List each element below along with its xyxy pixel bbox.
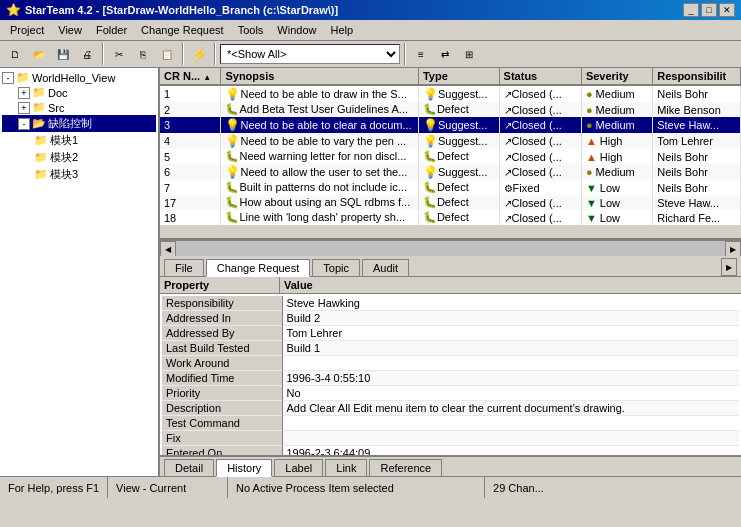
- menu-view[interactable]: View: [52, 22, 88, 38]
- tab-link[interactable]: Link: [325, 459, 367, 476]
- table-row[interactable]: 7 🐛Built in patterns do not include ic..…: [160, 180, 741, 195]
- root-expand[interactable]: -: [2, 72, 14, 84]
- hscroll-left[interactable]: ◀: [160, 241, 176, 257]
- defects-expand[interactable]: -: [18, 118, 30, 130]
- tab-scroll-right[interactable]: ▶: [721, 258, 737, 276]
- toolbar-save[interactable]: 💾: [52, 43, 74, 65]
- table-row[interactable]: 1 💡Need to be able to draw in the S... 💡…: [160, 85, 741, 102]
- title-bar: ⭐ StarTeam 4.2 - [StarDraw-WorldHello_Br…: [0, 0, 741, 20]
- toolbar-icon3[interactable]: ⊞: [458, 43, 480, 65]
- cell-status: ↗Closed (...: [499, 85, 581, 102]
- toolbar-paste[interactable]: 📋: [156, 43, 178, 65]
- tree-node-defects[interactable]: - 📂 缺陷控制: [2, 115, 156, 132]
- bulb-icon: 💡: [423, 87, 438, 101]
- tab-detail[interactable]: Detail: [164, 459, 214, 476]
- property-area[interactable]: Responsibility Steve Hawking Addressed I…: [160, 294, 741, 455]
- cell-type: 💡Suggest...: [418, 117, 499, 133]
- table-row[interactable]: 17 🐛How about using an SQL rdbms f... 🐛D…: [160, 195, 741, 210]
- arrow-icon: ↗: [504, 198, 512, 209]
- toolbar-icon1[interactable]: ≡: [410, 43, 432, 65]
- menu-folder[interactable]: Folder: [90, 22, 133, 38]
- menu-project[interactable]: Project: [4, 22, 50, 38]
- filter-dropdown[interactable]: *<Show All>: [220, 44, 400, 64]
- menu-tools[interactable]: Tools: [232, 22, 270, 38]
- tab-topic[interactable]: Topic: [312, 259, 360, 276]
- defects-label: 缺陷控制: [48, 116, 92, 131]
- table-hscroll[interactable]: ◀ ▶: [160, 240, 741, 256]
- tab-audit[interactable]: Audit: [362, 259, 409, 276]
- bug-icon: 🐛: [225, 211, 239, 223]
- prop-row: Fix: [162, 431, 739, 446]
- tree-node-src[interactable]: + 📁 Src: [2, 100, 156, 115]
- table-row[interactable]: 18 🐛Line with 'long dash' property sh...…: [160, 210, 741, 225]
- toolbar-cut[interactable]: ✂: [108, 43, 130, 65]
- toolbar-copy[interactable]: ⎘: [132, 43, 154, 65]
- toolbar-btn5[interactable]: ⚡: [188, 43, 210, 65]
- doc-label: Doc: [48, 87, 68, 99]
- toolbar-open[interactable]: 📂: [28, 43, 50, 65]
- col-type[interactable]: Type: [418, 68, 499, 85]
- tree-node-doc[interactable]: + 📁 Doc: [2, 85, 156, 100]
- cell-severity: ▲ High: [581, 149, 652, 164]
- bug-icon: 🐛: [225, 196, 239, 208]
- menu-change-request[interactable]: Change Request: [135, 22, 230, 38]
- src-expand[interactable]: +: [18, 102, 30, 114]
- tree-root[interactable]: - 📁 WorldHello_View: [2, 70, 156, 85]
- table-row[interactable]: 6 💡Need to allow the user to set the... …: [160, 164, 741, 180]
- tab-reference[interactable]: Reference: [369, 459, 442, 476]
- toolbar-print[interactable]: 🖨: [76, 43, 98, 65]
- prop-row: Modified Time 1996-3-4 0:55:10: [162, 371, 739, 386]
- tab-file[interactable]: File: [164, 259, 204, 276]
- close-button[interactable]: ✕: [719, 3, 735, 17]
- table-row[interactable]: 5 🐛Need warning letter for non discl... …: [160, 149, 741, 164]
- bug-icon: 🐛: [423, 196, 437, 208]
- prop-col-property: Property: [160, 277, 280, 293]
- arrow-icon: ↗: [504, 213, 512, 224]
- title-text: StarTeam 4.2 - [StarDraw-WorldHello_Bran…: [25, 4, 338, 16]
- tab-label[interactable]: Label: [274, 459, 323, 476]
- hscroll-right[interactable]: ▶: [725, 241, 741, 257]
- tree-node-module2[interactable]: 📁 模块2: [2, 149, 156, 166]
- table-row[interactable]: 2 🐛Add Beta Test User Guidelines A... 🐛D…: [160, 102, 741, 117]
- bug-icon: 🐛: [423, 103, 437, 115]
- toolbar-new[interactable]: 🗋: [4, 43, 26, 65]
- hscroll-track[interactable]: [176, 241, 725, 256]
- minimize-button[interactable]: _: [683, 3, 699, 17]
- col-crn[interactable]: CR N... ▲: [160, 68, 221, 85]
- table-row[interactable]: 3 💡Need to be able to clear a docum... 💡…: [160, 117, 741, 133]
- table-row[interactable]: 4 💡Need to be able to vary the pen ... 💡…: [160, 133, 741, 149]
- cr-table: CR N... ▲ Synopsis Type Status Severity …: [160, 68, 741, 225]
- cell-synopsis: 🐛Add Beta Test User Guidelines A...: [221, 102, 418, 117]
- arrow-icon: ↗: [504, 167, 512, 178]
- cell-responsibility: Steve Haw...: [653, 117, 741, 133]
- col-synopsis[interactable]: Synopsis: [221, 68, 418, 85]
- col-responsibility[interactable]: Responsibilit: [653, 68, 741, 85]
- cell-status: ↗Closed (...: [499, 164, 581, 180]
- menu-help[interactable]: Help: [324, 22, 359, 38]
- prop-row: Test Command: [162, 416, 739, 431]
- prop-name: Fix: [162, 431, 282, 446]
- cell-cr: 3: [160, 117, 221, 133]
- col-severity[interactable]: Severity: [581, 68, 652, 85]
- table-area[interactable]: CR N... ▲ Synopsis Type Status Severity …: [160, 68, 741, 240]
- cell-severity: ● Medium: [581, 102, 652, 117]
- arrow-icon: ↗: [504, 89, 512, 100]
- cell-status: ↗Closed (...: [499, 149, 581, 164]
- cell-status: ↗Closed (...: [499, 210, 581, 225]
- doc-expand[interactable]: +: [18, 87, 30, 99]
- tab-change-request[interactable]: Change Request: [206, 259, 311, 277]
- main-area: - 📁 WorldHello_View + 📁 Doc + 📁 Src - 📂 …: [0, 68, 741, 476]
- menu-window[interactable]: Window: [271, 22, 322, 38]
- tab-history[interactable]: History: [216, 459, 272, 477]
- right-area: CR N... ▲ Synopsis Type Status Severity …: [160, 68, 741, 476]
- tree-node-module3[interactable]: 📁 模块3: [2, 166, 156, 183]
- toolbar-icon2[interactable]: ⇄: [434, 43, 456, 65]
- bottom-tab-strip: Detail History Label Link Reference: [160, 455, 741, 476]
- arrow-icon: ↗: [504, 105, 512, 116]
- prop-header: Property Value: [160, 277, 741, 294]
- cell-type: 🐛Defect: [418, 102, 499, 117]
- maximize-button[interactable]: □: [701, 3, 717, 17]
- col-status[interactable]: Status: [499, 68, 581, 85]
- tree-node-module1[interactable]: 📁 模块1: [2, 132, 156, 149]
- cell-responsibility: Neils Bohr: [653, 149, 741, 164]
